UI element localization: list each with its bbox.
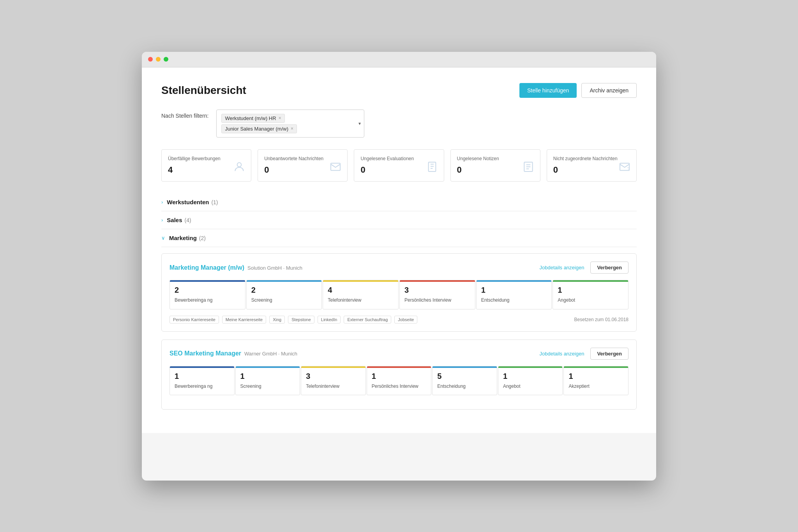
minimize-button[interactable] (156, 57, 161, 62)
filter-tag-werkstudent-label: Werkstudent (m/w) HR (225, 115, 276, 121)
filter-tag-werkstudent-remove[interactable]: × (279, 115, 281, 121)
pipeline-stages-2: 1 Bewerbereinga ng 1 Screening 3 Telefon… (169, 366, 629, 396)
job-card-marketing-manager: Marketing Manager (m/w) Solution GmbH · … (161, 253, 637, 332)
section-sales-title: Sales (167, 217, 182, 223)
stage-label-1-1: Screening (251, 297, 272, 303)
stage-label-2-6: Akzeptiert (568, 384, 589, 389)
svg-point-0 (237, 163, 242, 167)
tag-xing[interactable]: Xing (269, 316, 285, 323)
stage-offer-2[interactable]: 1 Angebot (498, 366, 563, 396)
svg-rect-2 (428, 162, 436, 171)
stage-label-1-4: Entscheidung (481, 297, 510, 303)
stage-personal-2[interactable]: 1 Persönliches Interview (367, 366, 432, 396)
tag-meine[interactable]: Meine Karriereseite (222, 316, 266, 323)
job-title-seo[interactable]: SEO Marketing Manager (169, 350, 241, 357)
stage-num-2-1: 1 (240, 372, 295, 381)
svg-rect-1 (331, 163, 340, 171)
stage-bewerbereingang-2[interactable]: 1 Bewerbereinga ng (169, 366, 235, 396)
chevron-right-icon-sales: › (161, 217, 163, 223)
stage-num-2-3: 1 (372, 372, 427, 381)
note-icon (522, 161, 535, 176)
job-card-seo: SEO Marketing Manager Warner GmbH · Muni… (161, 339, 637, 410)
filter-section: Nach Stellen filtern: Werkstudent (m/w) … (161, 110, 637, 138)
stat-card-evaluations[interactable]: Ungelesene Evaluationen 0 (354, 149, 444, 182)
stage-label-2-4: Entscheidung (437, 384, 466, 389)
tag-linkedin[interactable]: LinkedIn (318, 316, 341, 323)
stat-card-unassigned[interactable]: Nicht zugeordnete Nachrichten 0 ? (547, 149, 637, 182)
archive-button[interactable]: Archiv anzeigen (581, 83, 637, 98)
stage-label-2-3: Persönliches Interview (372, 384, 418, 389)
section-werkstudenten-count: (1) (211, 199, 218, 205)
job-card-seo-header: SEO Marketing Manager Warner GmbH · Muni… (169, 348, 629, 360)
close-button[interactable] (148, 57, 153, 62)
job-hide-button-2[interactable]: Verbergen (590, 348, 629, 360)
tag-externer[interactable]: Externer Suchauftrag (344, 316, 391, 323)
section-sales[interactable]: › Sales (4) (161, 211, 637, 229)
stage-decision-1[interactable]: 1 Entscheidung (476, 280, 552, 309)
stage-decision-2[interactable]: 5 Entscheidung (432, 366, 497, 396)
header-actions: Stelle hinzufügen Archiv anzeigen (519, 83, 637, 98)
tag-personio[interactable]: Personio Karriereseite (169, 316, 219, 323)
svg-text:?: ? (627, 166, 630, 171)
title-bar (142, 52, 656, 67)
stage-num-1-4: 1 (481, 286, 547, 295)
section-sales-count: (4) (185, 217, 191, 223)
job-details-link-2[interactable]: Jobdetails anzeigen (539, 351, 584, 357)
dropdown-arrow-icon: ▾ (358, 121, 361, 126)
stage-label-2-5: Angebot (503, 384, 521, 389)
envelope-icon (329, 161, 342, 176)
filter-tag-sales[interactable]: Junior Sales Manager (m/w) × (221, 124, 297, 133)
job-details-link-1[interactable]: Jobdetails anzeigen (539, 265, 584, 270)
filter-label: Nach Stellen filtern: (161, 110, 208, 119)
stage-label-2-1: Screening (240, 384, 261, 389)
clipboard-icon (426, 161, 438, 176)
job-card-2-actions: Jobdetails anzeigen Verbergen (539, 348, 629, 360)
page-header: Stellenübersicht Stelle hinzufügen Archi… (161, 83, 637, 98)
add-job-button[interactable]: Stelle hinzufügen (519, 83, 577, 98)
filter-tag-sales-label: Junior Sales Manager (m/w) (225, 126, 288, 132)
besetzen-date-1: Besetzen zum 01.06.2018 (574, 317, 629, 322)
stage-num-1-0: 2 (175, 286, 240, 295)
stage-phone-2[interactable]: 3 Telefoninterview (301, 366, 366, 396)
stage-label-1-0: Bewerbereinga ng (175, 297, 212, 303)
job-company-2: Warner GmbH · Munich (244, 351, 297, 357)
section-marketing-title: Marketing (169, 235, 197, 241)
stage-screening-2[interactable]: 1 Screening (235, 366, 300, 396)
stage-num-1-5: 1 (558, 286, 623, 295)
stage-phone-1[interactable]: 4 Telefoninterview (323, 280, 399, 309)
stage-bewerbereingang-1[interactable]: 2 Bewerbereinga ng (169, 280, 245, 309)
stat-card-notes[interactable]: Ungelesene Notizen 0 (450, 149, 540, 182)
job-hide-button-1[interactable]: Verbergen (590, 262, 629, 274)
stage-num-2-2: 3 (306, 372, 361, 381)
tags-row-1: Personio Karriereseite Meine Karrieresei… (169, 316, 629, 323)
filter-dropdown[interactable]: Werkstudent (m/w) HR × Junior Sales Mana… (216, 110, 364, 138)
stage-personal-1[interactable]: 3 Persönliches Interview (399, 280, 475, 309)
maximize-button[interactable] (164, 57, 168, 62)
stage-num-1-3: 3 (404, 286, 470, 295)
stage-label-1-5: Angebot (558, 297, 575, 303)
stage-screening-1[interactable]: 2 Screening (246, 280, 322, 309)
section-werkstudenten[interactable]: › Werkstudenten (1) (161, 193, 637, 211)
stage-label-2-2: Telefoninterview (306, 384, 339, 389)
section-marketing[interactable]: ∨ Marketing (2) (161, 229, 637, 247)
job-title-marketing-manager[interactable]: Marketing Manager (m/w) (169, 264, 244, 271)
stage-offer-1[interactable]: 1 Angebot (553, 280, 629, 309)
section-werkstudenten-title: Werkstudenten (167, 199, 209, 205)
stage-accepted-2[interactable]: 1 Akzeptiert (563, 366, 629, 396)
filter-tag-sales-remove[interactable]: × (291, 126, 293, 131)
envelope-question-icon: ? (618, 161, 631, 176)
stat-card-messages[interactable]: Unbeantwortete Nachrichten 0 (258, 149, 348, 182)
stage-num-1-1: 2 (251, 286, 317, 295)
tag-stepstone[interactable]: Stepstone (288, 316, 314, 323)
stage-num-2-0: 1 (175, 372, 230, 381)
pipeline-stages-1: 2 Bewerbereinga ng 2 Screening 4 Telefon… (169, 280, 629, 309)
filter-tag-werkstudent[interactable]: Werkstudent (m/w) HR × (221, 114, 284, 123)
stats-row: Überfällige Bewerbungen 4 Unbeantwortete… (161, 149, 637, 182)
tags-left-1: Personio Karriereseite Meine Karrieresei… (169, 316, 417, 323)
stat-card-overdue[interactable]: Überfällige Bewerbungen 4 (161, 149, 251, 182)
chevron-right-icon: › (161, 199, 163, 205)
tag-jobseite[interactable]: Jobseite (394, 316, 417, 323)
stage-label-1-3: Persönliches Interview (404, 297, 451, 303)
job-title-area-2: SEO Marketing Manager Warner GmbH · Muni… (169, 350, 297, 357)
stage-num-2-4: 5 (437, 372, 492, 381)
